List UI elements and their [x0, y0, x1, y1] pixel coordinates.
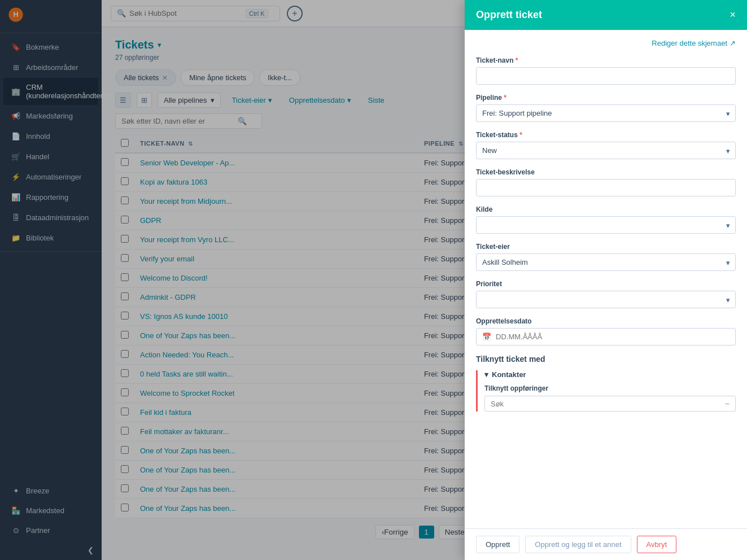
slideover-title: Opprett ticket — [476, 9, 542, 21]
field-kilde: Kilde ▾ — [476, 205, 736, 234]
field-ticket-navn: Ticket-navn * — [476, 56, 736, 85]
ticket-status-label: Ticket-status * — [476, 131, 736, 139]
opprettelsesdato-label: Opprettelsesdato — [476, 317, 736, 325]
field-prioritet: Prioritet ▾ — [476, 280, 736, 308]
kontakter-section: ▾ Kontakter Tilknytt oppføringer − — [476, 370, 736, 412]
prioritet-select-wrap: ▾ — [476, 291, 736, 308]
slideover-body: Rediger dette skjemaet ↗ Ticket-navn * P… — [465, 30, 747, 528]
ticket-navn-label: Ticket-navn * — [476, 56, 736, 64]
tilknytt-label: Tilknytt oppføringer — [484, 384, 736, 392]
kontakter-search-wrap: − — [484, 396, 736, 412]
slideover-footer: Opprett Opprett og legg til et annet Avb… — [465, 528, 747, 560]
ticket-eier-label: Ticket-eier — [476, 243, 736, 251]
field-ticket-eier: Ticket-eier Askill Solheim ▾ — [476, 243, 736, 271]
ticket-navn-input[interactable] — [476, 67, 736, 85]
slideover-header: Opprett ticket × — [465, 0, 747, 30]
calendar-icon: 📅 — [482, 333, 491, 341]
date-input[interactable] — [496, 333, 729, 341]
required-star: * — [516, 56, 518, 64]
ticket-beskrivelse-input[interactable] — [476, 179, 736, 196]
required-star: * — [519, 131, 522, 139]
ticket-status-select[interactable]: NewWaitingClosed — [476, 142, 736, 159]
pipeline-select-wrap: Frei: Support pipeline ▾ — [476, 104, 736, 122]
ticket-eier-select-wrap: Askill Solheim ▾ — [476, 253, 736, 271]
field-ticket-beskrivelse: Ticket-beskrivelse — [476, 168, 736, 196]
pipeline-label: Pipeline * — [476, 94, 736, 102]
associations-title: Tilknytt ticket med — [476, 355, 736, 364]
ticket-beskrivelse-label: Ticket-beskrivelse — [476, 168, 736, 176]
required-star: * — [504, 94, 506, 102]
kontakter-search-input[interactable] — [491, 400, 722, 408]
edit-schema-link[interactable]: Rediger dette skjemaet ↗ — [476, 39, 736, 47]
slideover-close-button[interactable]: × — [729, 9, 736, 21]
create-add-button[interactable]: Opprett og legg til et annet — [525, 536, 631, 553]
kilde-select[interactable] — [476, 216, 736, 234]
field-opprettelsesdato: Opprettelsesdato 📅 — [476, 317, 736, 345]
kilde-label: Kilde — [476, 205, 736, 213]
edit-schema-label: Rediger dette skjemaet — [652, 39, 727, 47]
associations-section: Tilknytt ticket med ▾ Kontakter Tilknytt… — [476, 355, 736, 412]
field-pipeline: Pipeline * Frei: Support pipeline ▾ — [476, 94, 736, 122]
create-ticket-panel: Opprett ticket × Rediger dette skjemaet … — [465, 0, 747, 560]
date-input-wrap: 📅 — [476, 328, 736, 345]
ticket-status-select-wrap: NewWaitingClosed ▾ — [476, 142, 736, 159]
field-ticket-status: Ticket-status * NewWaitingClosed ▾ — [476, 131, 736, 159]
kontakter-remove-icon[interactable]: − — [725, 399, 729, 408]
ticket-eier-select[interactable]: Askill Solheim — [476, 253, 736, 271]
external-link-icon: ↗ — [729, 39, 736, 47]
kilde-select-wrap: ▾ — [476, 216, 736, 234]
prioritet-label: Prioritet — [476, 280, 736, 288]
pipeline-select-field[interactable]: Frei: Support pipeline — [476, 104, 736, 122]
prioritet-select[interactable] — [476, 291, 736, 308]
create-button[interactable]: Opprett — [476, 536, 519, 553]
kontakter-label: Kontakter — [492, 370, 526, 379]
cancel-button[interactable]: Avbryt — [637, 536, 677, 553]
chevron-down-icon: ▾ — [484, 370, 488, 379]
kontakter-header[interactable]: ▾ Kontakter — [484, 370, 736, 379]
